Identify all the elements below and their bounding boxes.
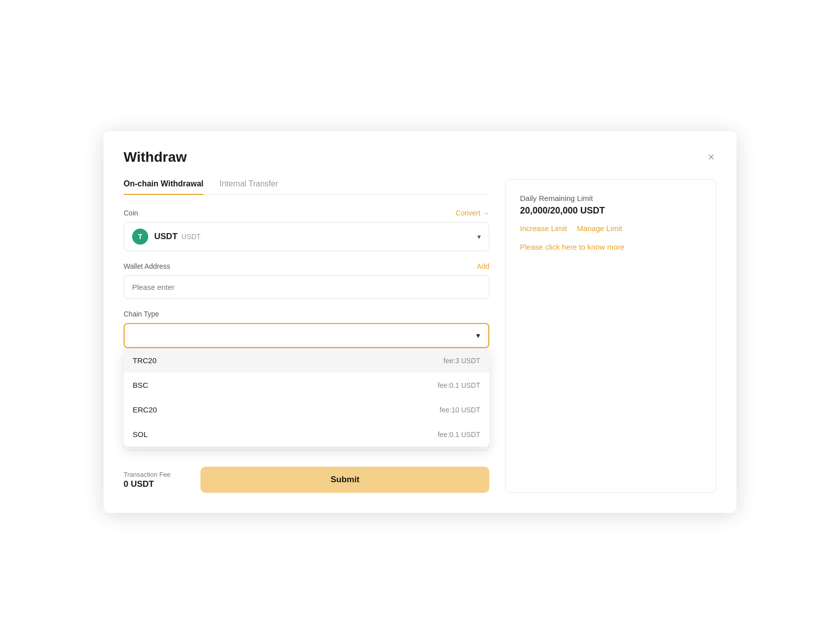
fee-label: Transaction Fee xyxy=(124,471,170,478)
chain-dropdown-list: TRC20 fee:3 USDT BSC fee:0.1 USDT ERC20 … xyxy=(124,348,489,447)
chain-option-erc20-fee: fee:10 USDT xyxy=(440,406,480,414)
chain-type-section: Chain Type ▾ TRC20 fee:3 USDT BS xyxy=(124,310,489,348)
tab-onchain[interactable]: On-chain Withdrawal xyxy=(124,179,203,194)
fee-value: 0 USDT xyxy=(124,479,170,489)
coin-name: USDT xyxy=(154,232,177,242)
know-more-link[interactable]: Please click here to know more xyxy=(520,243,702,251)
chain-option-erc20-name: ERC20 xyxy=(133,405,157,414)
wallet-label: Wallet Address xyxy=(124,262,170,270)
fee-section: Transaction Fee 0 USDT xyxy=(124,471,170,489)
chain-option-bsc-name: BSC xyxy=(133,381,148,389)
chain-option-sol[interactable]: SOL fee:0.1 USDT xyxy=(124,422,489,447)
chain-option-erc20[interactable]: ERC20 fee:10 USDT xyxy=(124,397,489,422)
tabs-container: On-chain Withdrawal Internal Transfer xyxy=(124,179,489,195)
submit-button[interactable]: Submit xyxy=(200,467,489,493)
chain-option-trc20-name: TRC20 xyxy=(133,356,157,365)
wallet-address-input[interactable] xyxy=(124,275,489,299)
modal-body: On-chain Withdrawal Internal Transfer Co… xyxy=(124,179,716,493)
limit-links: Increase Limit Manage Limit xyxy=(520,224,702,233)
fee-row: Transaction Fee 0 USDT Submit xyxy=(124,467,489,493)
increase-limit-link[interactable]: Increase Limit xyxy=(520,224,567,233)
tab-internal-transfer[interactable]: Internal Transfer xyxy=(220,179,278,194)
chain-option-bsc-fee: fee:0.1 USDT xyxy=(438,381,480,389)
wallet-section: Wallet Address Add xyxy=(124,262,489,299)
chain-type-label: Chain Type xyxy=(124,310,159,318)
daily-limit-value: 20,000/20,000 USDT xyxy=(520,205,702,216)
chain-option-sol-fee: fee:0.1 USDT xyxy=(438,431,480,439)
withdraw-modal: Withdraw × On-chain Withdrawal Internal … xyxy=(103,131,737,513)
coin-icon: T xyxy=(132,229,148,245)
chain-dropdown-container: ▾ TRC20 fee:3 USDT BSC fee:0.1 USDT xyxy=(124,323,489,348)
chain-option-trc20-fee: fee:3 USDT xyxy=(444,357,480,365)
chain-option-sol-name: SOL xyxy=(133,430,148,439)
modal-title: Withdraw xyxy=(124,149,187,165)
modal-header: Withdraw × xyxy=(124,149,716,165)
convert-link[interactable]: Convert → xyxy=(456,209,489,217)
wallet-section-header: Wallet Address Add xyxy=(124,262,489,270)
coin-section: Coin Convert → T USDT USDT ▾ xyxy=(124,209,489,251)
close-button[interactable]: × xyxy=(706,150,716,165)
left-panel: On-chain Withdrawal Internal Transfer Co… xyxy=(124,179,489,493)
coin-symbol: USDT xyxy=(181,233,200,241)
chain-type-select[interactable]: ▾ xyxy=(124,323,489,348)
right-panel: Daily Remaining Limit 20,000/20,000 USDT… xyxy=(505,179,716,493)
add-link[interactable]: Add xyxy=(477,262,489,270)
coin-section-header: Coin Convert → xyxy=(124,209,489,217)
coin-label: Coin xyxy=(124,209,138,217)
chain-option-trc20[interactable]: TRC20 fee:3 USDT xyxy=(124,348,489,373)
daily-limit-label: Daily Remaining Limit xyxy=(520,194,702,202)
manage-limit-link[interactable]: Manage Limit xyxy=(577,224,622,233)
chain-dropdown-arrow: ▾ xyxy=(476,331,480,340)
chain-option-bsc[interactable]: BSC fee:0.1 USDT xyxy=(124,373,489,397)
coin-selector[interactable]: T USDT USDT ▾ xyxy=(124,222,489,251)
chain-type-header: Chain Type xyxy=(124,310,489,318)
coin-dropdown-arrow: ▾ xyxy=(477,233,481,241)
